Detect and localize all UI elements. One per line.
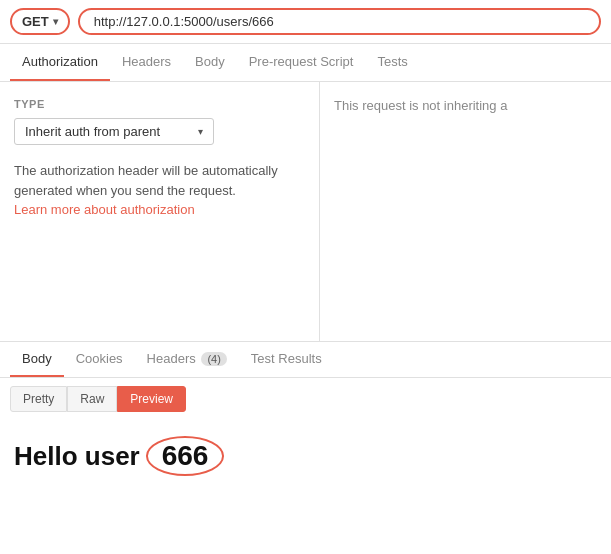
tab-headers-top[interactable]: Headers	[110, 44, 183, 81]
response-highlight: 666	[146, 436, 225, 476]
headers-badge: (4)	[201, 352, 226, 366]
subtab-bar: Pretty Raw Preview	[0, 378, 611, 420]
url-input[interactable]: http://127.0.0.1:5000/users/666	[78, 8, 601, 35]
auth-description: The authorization header will be automat…	[14, 161, 305, 220]
response-text: Hello user 666	[14, 436, 597, 476]
main-content: TYPE Inherit auth from parent ▾ The auth…	[0, 82, 611, 342]
tab-tests[interactable]: Tests	[365, 44, 419, 81]
response-greeting: Hello user	[14, 441, 140, 472]
auth-type-select[interactable]: Inherit auth from parent ▾	[14, 118, 214, 145]
subtab-preview[interactable]: Preview	[117, 386, 186, 412]
url-bar: GET ▾ http://127.0.0.1:5000/users/666	[0, 0, 611, 44]
tab-test-results[interactable]: Test Results	[239, 342, 334, 377]
auth-type-value: Inherit auth from parent	[25, 124, 160, 139]
subtab-pretty[interactable]: Pretty	[10, 386, 67, 412]
response-body: Hello user 666	[0, 420, 611, 492]
tab-prerequest[interactable]: Pre-request Script	[237, 44, 366, 81]
bottom-tab-bar: Body Cookies Headers (4) Test Results	[0, 342, 611, 378]
type-label: TYPE	[14, 98, 305, 110]
top-tab-bar: Authorization Headers Body Pre-request S…	[0, 44, 611, 82]
tab-cookies[interactable]: Cookies	[64, 342, 135, 377]
method-label: GET	[22, 14, 49, 29]
subtab-raw[interactable]: Raw	[67, 386, 117, 412]
auth-dropdown-arrow: ▾	[198, 126, 203, 137]
tab-body-top[interactable]: Body	[183, 44, 237, 81]
tab-authorization[interactable]: Authorization	[10, 44, 110, 81]
auth-right-panel: This request is not inheriting a	[320, 82, 611, 341]
method-chevron: ▾	[53, 16, 58, 27]
right-panel-message: This request is not inheriting a	[334, 98, 507, 113]
url-text: http://127.0.0.1:5000/users/666	[94, 14, 274, 29]
auth-desc-text1: The authorization header will be automat…	[14, 163, 278, 198]
tab-headers-bottom[interactable]: Headers (4)	[135, 342, 239, 377]
method-selector[interactable]: GET ▾	[10, 8, 70, 35]
auth-left-panel: TYPE Inherit auth from parent ▾ The auth…	[0, 82, 320, 341]
tab-body-bottom[interactable]: Body	[10, 342, 64, 377]
learn-more-link[interactable]: Learn more about authorization	[14, 202, 195, 217]
